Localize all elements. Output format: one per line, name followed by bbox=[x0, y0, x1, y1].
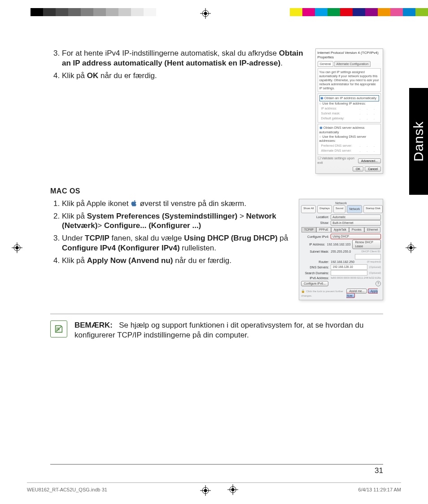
dialog-title: Internet Protocol Version 4 (TCP/IPv4) P… bbox=[318, 51, 381, 60]
print-timestamp: 6/4/13 11:29:17 AM bbox=[358, 487, 401, 492]
radio-obtain-dns-auto[interactable]: Obtain DNS server address automatically bbox=[319, 126, 379, 135]
cancel-button[interactable]: Cancel bbox=[365, 167, 381, 171]
mac-step-3: Under TCP/IP fanen, skal du vælge Using … bbox=[62, 233, 293, 253]
note-block: BEMÆRK: Se hjælp og support funktionen i… bbox=[50, 314, 383, 341]
tb-showall[interactable]: Show All bbox=[301, 205, 316, 213]
configure-ipv4-select[interactable]: Using DHCP bbox=[331, 234, 381, 239]
mac-step-4: Klik på Apply Now (Anvend nu) når du er … bbox=[62, 256, 293, 266]
step-4: Klik på OK når du er færdig. bbox=[62, 71, 309, 81]
configure-ipv6-button[interactable]: Configure IPv6... bbox=[301, 281, 328, 286]
tb-sound[interactable]: Sound bbox=[333, 205, 345, 213]
instructions-block-mac: Klik på Apple ikonet øverst til venstre … bbox=[50, 199, 293, 300]
instructions-block-1: For at hente iPv4 IP-indstillingerne aut… bbox=[50, 48, 309, 174]
step-3: For at hente iPv4 IP-indstillingerne aut… bbox=[62, 48, 309, 68]
field-ip-address: IP address:. . . bbox=[319, 106, 379, 111]
apple-icon bbox=[131, 200, 138, 207]
renew-dhcp-button[interactable]: Renew DHCP Lease bbox=[352, 240, 381, 249]
mac-step-2: Klik på System Preferences (Systemindsti… bbox=[62, 211, 293, 231]
field-subnet-mask: Subnet mask:. . . bbox=[319, 111, 379, 116]
radio-obtain-ip-auto[interactable]: Obtain an IP address automatically bbox=[319, 95, 379, 101]
dns-input[interactable]: 192.168.128.10 bbox=[331, 264, 367, 270]
page-footer: 31 bbox=[50, 464, 383, 475]
registration-mark-icon bbox=[200, 8, 211, 19]
tb-network[interactable]: Network bbox=[347, 205, 362, 213]
page-content: For at hente iPv4 IP-indstillingerne aut… bbox=[50, 48, 383, 341]
tab-tcpip[interactable]: TCP/IP bbox=[301, 227, 316, 232]
print-footer: WEU8162_RT-AC52U_QSG.indb 31 6/4/13 11:2… bbox=[27, 482, 401, 495]
print-file-label: WEU8162_RT-AC52U_QSG.indb 31 bbox=[27, 487, 107, 492]
radio-use-dns[interactable]: Use the following DNS server addresses: bbox=[319, 135, 379, 144]
windows-ipv4-dialog: Internet Protocol Version 4 (TCP/IPv4) P… bbox=[315, 48, 383, 174]
ip-value: 192.168.182.103 bbox=[327, 242, 351, 246]
field-alternate-dns: Alternate DNS server:. . . bbox=[319, 148, 379, 153]
colorbar-right bbox=[290, 8, 428, 16]
dialog-message: You can get IP settings assigned automat… bbox=[318, 68, 381, 92]
field-preferred-dns: Preferred DNS server:. . . bbox=[319, 143, 379, 148]
dhcp-client-id-input[interactable] bbox=[355, 254, 381, 259]
registration-mark-icon bbox=[12, 242, 22, 253]
tab-ethernet[interactable]: Ethernet bbox=[364, 227, 381, 232]
search-domains-input[interactable] bbox=[331, 270, 367, 276]
language-tab: Dansk bbox=[409, 88, 428, 195]
advanced-button[interactable]: Advanced... bbox=[358, 158, 381, 163]
checkbox-validate[interactable]: Validate settings upon exit bbox=[318, 156, 358, 165]
macos-network-dialog: Network Show All Displays Sound Network … bbox=[299, 199, 383, 300]
mac-toolbar: Show All Displays Sound Network Startup … bbox=[301, 205, 381, 213]
lock-icon[interactable]: 🔒 Click the lock to prevent further chan… bbox=[301, 289, 346, 298]
router-value: 192.168.182.250 bbox=[331, 260, 365, 264]
tab-alternate[interactable]: Alternate Configuration bbox=[334, 61, 371, 67]
tab-general[interactable]: General bbox=[318, 61, 333, 67]
field-default-gateway: Default gateway:. . . bbox=[319, 116, 379, 121]
tb-displays[interactable]: Displays bbox=[317, 205, 332, 213]
note-icon bbox=[50, 320, 67, 337]
tab-appletalk[interactable]: AppleTalk bbox=[331, 227, 349, 232]
tab-proxies[interactable]: Proxies bbox=[349, 227, 364, 232]
radio-use-ip[interactable]: Use the following IP address: bbox=[319, 101, 379, 106]
colorbar-left bbox=[31, 8, 169, 16]
registration-mark-icon bbox=[406, 242, 416, 253]
ok-button[interactable]: OK bbox=[353, 167, 363, 171]
language-label: Dansk bbox=[411, 121, 426, 162]
tb-startup[interactable]: Startup Disk bbox=[363, 205, 383, 213]
subnet-value: 255.255.255.0 bbox=[331, 250, 359, 254]
help-icon[interactable]: ? bbox=[376, 281, 381, 286]
location-select[interactable]: Automatic bbox=[331, 215, 381, 220]
macos-heading: MAC OS bbox=[50, 187, 383, 195]
note-text: BEMÆRK: Se hjælp og support funktionen i… bbox=[74, 320, 383, 341]
mac-step-1: Klik på Apple ikonet øverst til venstre … bbox=[62, 199, 293, 209]
mac-title: Network bbox=[301, 201, 381, 205]
show-select[interactable]: Built-in Ethernet bbox=[331, 220, 381, 226]
tab-pppoe[interactable]: PPPoE bbox=[316, 227, 331, 232]
page-number: 31 bbox=[375, 466, 383, 475]
ipv6-value: fe80:0000:0000:0000:0211:24ff:fe32:b18e bbox=[331, 276, 381, 280]
